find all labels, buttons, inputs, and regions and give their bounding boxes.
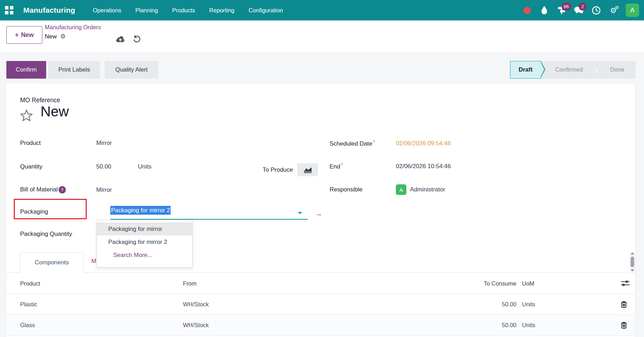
save-cloud-upload-icon[interactable]: [116, 35, 125, 44]
col-from[interactable]: From: [183, 280, 197, 287]
vertical-scrollbar[interactable]: [630, 252, 635, 272]
form-sheet: MO Reference New Product Mirror Quantity…: [6, 83, 636, 337]
top-navbar: Manufacturing Operations Planning Produc…: [0, 0, 644, 20]
packaging-quantity-label: Packaging Quantity: [20, 231, 96, 238]
dropdown-option-1[interactable]: Packaging for mirror: [97, 222, 192, 235]
forecast-chart-button[interactable]: [297, 163, 318, 176]
row-uom[interactable]: Units: [522, 301, 535, 308]
dropdown-option-2[interactable]: Packaging for mirror 2: [97, 235, 192, 249]
menu-planning[interactable]: Planning: [134, 5, 159, 16]
scheduled-date-label: Scheduled Date?: [330, 140, 396, 147]
bom-value[interactable]: Mirror: [96, 186, 112, 194]
odoo-manufacturing-window: Manufacturing Operations Planning Produc…: [0, 0, 644, 337]
col-product[interactable]: Product: [20, 280, 40, 287]
row-from[interactable]: WH/Stock: [183, 301, 209, 308]
apps-grid-icon[interactable]: [5, 6, 13, 14]
quantity-value[interactable]: 50.00: [96, 163, 138, 170]
row-uom[interactable]: Units: [522, 322, 535, 329]
product-value[interactable]: Mirror: [96, 140, 112, 147]
row-product[interactable]: Glass: [20, 322, 35, 329]
tab-second-partial[interactable]: M: [91, 258, 96, 265]
status-step-done[interactable]: Done: [599, 61, 636, 79]
plus-icon: +: [15, 31, 18, 39]
responsible-label: Responsible: [330, 186, 396, 193]
tab-components[interactable]: Components: [20, 252, 84, 273]
mo-reference-label: MO Reference: [20, 97, 60, 104]
quantity-uom[interactable]: Units: [138, 163, 152, 170]
row-product[interactable]: Plastic: [20, 301, 37, 308]
status-step-confirmed[interactable]: Confirmed: [541, 61, 589, 79]
scrollbar-thumb[interactable]: [631, 257, 634, 267]
optional-columns-sliders-icon[interactable]: [621, 280, 630, 287]
scroll-up-arrow-icon[interactable]: [631, 252, 634, 255]
mo-reference-value[interactable]: New: [41, 104, 69, 120]
bom-label: Bill of Material?: [20, 186, 96, 194]
delete-row-trash-icon[interactable]: [621, 301, 627, 308]
breadcrumb: Manufacturing Orders New ⚙: [45, 23, 101, 40]
record-actions-gear-icon[interactable]: ⚙: [60, 33, 66, 40]
dropdown-caret-icon[interactable]: [298, 212, 302, 214]
packaging-input-selected-text: Packaging for mirror 2: [110, 206, 171, 215]
end-date-help: ?: [341, 163, 343, 167]
record-indicator-dot: [522, 5, 532, 15]
breadcrumb-parent-link[interactable]: Manufacturing Orders: [45, 23, 101, 31]
area-chart-icon: [303, 166, 312, 173]
col-uom[interactable]: UoM: [522, 280, 534, 287]
user-avatar[interactable]: A: [626, 4, 639, 17]
clock-icon[interactable]: [591, 5, 601, 15]
menu-configuration[interactable]: Configuration: [247, 5, 284, 16]
responsible-value[interactable]: Administrator: [410, 186, 445, 193]
settings-gears-icon[interactable]: ⚙⚙: [608, 5, 618, 15]
status-step-draft[interactable]: Draft: [510, 61, 541, 79]
menu-operations[interactable]: Operations: [91, 5, 123, 16]
product-label: Product: [20, 140, 96, 147]
internal-link-arrow-icon[interactable]: →: [315, 209, 323, 218]
chevron-separator-icon: [592, 67, 598, 73]
dropdown-search-more[interactable]: Search More...: [97, 249, 192, 262]
packaging-input[interactable]: Packaging for mirror 2: [110, 207, 308, 220]
row-to-consume[interactable]: 50.00: [429, 301, 516, 308]
main-menu: Operations Planning Products Reporting C…: [91, 5, 284, 16]
confirm-button[interactable]: Confirm: [6, 61, 46, 79]
row-from[interactable]: WH/Stock: [183, 322, 209, 329]
col-to-consume[interactable]: To Consume: [429, 280, 516, 287]
annotation-highlight-box: [14, 199, 87, 219]
quantity-label: Quantity: [20, 163, 96, 170]
print-labels-button[interactable]: Print Labels: [48, 61, 100, 79]
end-date-value[interactable]: 02/06/2026 10:54:46: [396, 163, 451, 170]
menu-reporting[interactable]: Reporting: [208, 5, 236, 16]
activity-count-badge: 86: [562, 2, 571, 11]
breadcrumb-current: New: [45, 33, 57, 40]
quality-alert-button[interactable]: Quality Alert: [105, 61, 158, 79]
breadcrumb-bar: + New Manufacturing Orders New ⚙: [0, 20, 644, 52]
message-count-badge: 2: [579, 2, 587, 11]
bom-help-badge[interactable]: ?: [59, 186, 66, 194]
navbar-systray: 86 2 ⚙⚙ A: [522, 4, 639, 17]
scheduled-date-help: ?: [373, 140, 375, 144]
to-produce-label: To Produce: [263, 166, 293, 173]
menu-products[interactable]: Products: [171, 5, 196, 16]
scheduled-date-value[interactable]: 02/06/2026 09:54:46: [396, 140, 451, 147]
droplet-icon[interactable]: [539, 5, 549, 15]
scroll-down-arrow-icon[interactable]: [631, 269, 634, 271]
packaging-autocomplete-dropdown: Packaging for mirror Packaging for mirro…: [97, 220, 192, 268]
end-date-label: End?: [330, 163, 396, 170]
discard-undo-icon[interactable]: [133, 35, 141, 44]
favorite-star-icon[interactable]: [19, 109, 33, 124]
table-row-glass[interactable]: Glass WH/Stock 50.00 Units: [6, 314, 635, 336]
app-title[interactable]: Manufacturing: [23, 6, 75, 14]
table-row-plastic[interactable]: Plastic WH/Stock 50.00 Units: [6, 294, 635, 314]
components-table-header: Product From To Consume UoM: [6, 273, 635, 294]
new-record-button[interactable]: + New: [6, 26, 42, 44]
activities-icon[interactable]: 86: [557, 5, 566, 15]
delete-row-trash-icon[interactable]: [621, 321, 627, 329]
messages-icon[interactable]: 2: [574, 5, 584, 15]
control-bar: Confirm Print Labels Quality Alert Draft…: [0, 52, 644, 83]
status-pipeline: Draft Confirmed Done: [510, 61, 636, 79]
to-produce-group: To Produce: [263, 163, 318, 176]
row-to-consume[interactable]: 50.00: [429, 322, 516, 329]
responsible-avatar: A: [396, 184, 406, 195]
new-button-label: New: [21, 31, 34, 39]
